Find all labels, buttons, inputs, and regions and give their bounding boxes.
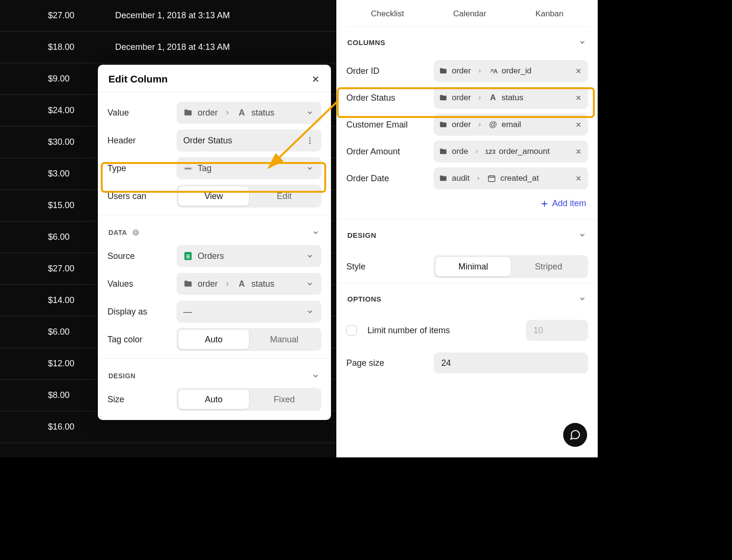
price-cell: $16.00: [10, 422, 115, 432]
chevron-right-icon: [475, 66, 484, 76]
column-label: Customer Email: [346, 120, 428, 130]
column-path[interactable]: order @ email: [434, 114, 588, 136]
values-path[interactable]: order A status: [177, 273, 321, 295]
chevron-right-icon: [473, 174, 483, 183]
users-view-button[interactable]: View: [178, 187, 249, 206]
type-icon: 123: [485, 147, 495, 156]
column-item[interactable]: Order Date audit created_at: [346, 165, 588, 192]
svg-point-2: [309, 142, 311, 144]
users-label: Users can: [107, 191, 170, 201]
limit-label: Limit number of items: [367, 326, 520, 336]
chevron-down-icon: [305, 307, 315, 316]
column-path[interactable]: order A status: [434, 87, 588, 109]
limit-input[interactable]: 10: [526, 320, 588, 341]
values-label: Values: [107, 279, 170, 289]
close-icon[interactable]: [311, 74, 320, 84]
options-section-header[interactable]: OPTIONS: [346, 283, 588, 314]
page-size-input[interactable]: 24: [434, 352, 588, 373]
tagcolor-label: Tag color: [107, 335, 170, 345]
folder-icon: [438, 147, 448, 156]
size-fixed-button[interactable]: Fixed: [249, 390, 319, 409]
text-type-icon: A: [237, 108, 247, 117]
price-cell: $18.00: [10, 42, 115, 52]
column-item[interactable]: Order ID order A order_id: [346, 58, 588, 84]
svg-point-0: [309, 137, 311, 139]
page-size-label: Page size: [346, 358, 428, 368]
folder-icon: [438, 120, 448, 129]
chevron-down-icon: [305, 279, 315, 289]
design-section-header[interactable]: DESIGN: [107, 359, 321, 385]
chat-button[interactable]: [563, 423, 587, 447]
users-edit-button[interactable]: Edit: [249, 187, 319, 206]
right-sidebar: Checklist Calendar Kanban COLUMNS Order …: [336, 0, 598, 457]
tagcolor-auto-button[interactable]: Auto: [178, 330, 249, 349]
style-segment: Minimal Striped: [434, 255, 588, 278]
chevron-down-icon: [578, 294, 587, 303]
sheets-icon: [183, 251, 193, 261]
style-minimal-button[interactable]: Minimal: [436, 257, 511, 276]
type-icon: A: [488, 66, 498, 76]
limit-checkbox[interactable]: [346, 325, 357, 336]
date-cell: December 1, 2018 at 4:13 AM: [115, 42, 326, 52]
column-item[interactable]: Customer Email order @ email: [346, 111, 588, 138]
column-item[interactable]: Order Status order A status: [346, 84, 588, 111]
remove-icon[interactable]: [574, 120, 583, 129]
svg-point-1: [309, 140, 311, 141]
type-select[interactable]: Tag: [177, 157, 321, 179]
remove-icon[interactable]: [574, 66, 583, 76]
remove-icon[interactable]: [574, 174, 583, 183]
column-path[interactable]: order A order_id: [434, 60, 588, 82]
chevron-down-icon: [311, 228, 320, 237]
folder-icon: [183, 108, 193, 117]
add-item-button[interactable]: Add item: [346, 192, 588, 219]
source-select[interactable]: Orders: [177, 245, 321, 267]
type-label: Type: [107, 163, 170, 174]
folder-icon: [438, 93, 448, 103]
chevron-down-icon: [578, 37, 587, 47]
display-select[interactable]: —: [177, 301, 321, 323]
chevron-down-icon: [311, 371, 320, 381]
table-row[interactable]: $18.00December 1, 2018 at 4:13 AM: [0, 32, 336, 63]
chevron-right-icon: [223, 279, 232, 289]
column-path[interactable]: orde 123 order_amount: [434, 140, 588, 163]
chevron-down-icon: [305, 108, 315, 117]
svg-rect-4: [185, 168, 191, 169]
chevron-right-icon: [475, 120, 484, 129]
folder-icon: [183, 279, 193, 289]
tab-kanban[interactable]: Kanban: [535, 9, 564, 19]
design-section-header[interactable]: DESIGN: [346, 220, 588, 250]
table-row[interactable]: $27.00December 1, 2018 at 3:13 AM: [0, 0, 336, 32]
type-icon: [487, 174, 496, 183]
popover-title: Edit Column: [108, 73, 168, 85]
type-icon: A: [488, 93, 498, 103]
tab-checklist[interactable]: Checklist: [371, 9, 404, 19]
tab-calendar[interactable]: Calendar: [453, 9, 486, 19]
chevron-down-icon: [305, 251, 315, 261]
date-cell: December 1, 2018 at 3:13 AM: [115, 11, 326, 21]
style-striped-button[interactable]: Striped: [511, 257, 586, 276]
columns-section-header[interactable]: COLUMNS: [346, 27, 588, 58]
svg-text:i: i: [135, 230, 136, 235]
column-label: Order ID: [346, 66, 428, 76]
column-item[interactable]: Order Amount orde 123 order_amount: [346, 138, 588, 165]
chevron-right-icon: [472, 147, 482, 156]
chevron-right-icon: [475, 93, 484, 103]
more-icon[interactable]: [305, 136, 315, 145]
tagcolor-manual-button[interactable]: Manual: [249, 330, 319, 349]
chevron-right-icon: [223, 108, 232, 117]
column-label: Order Amount: [346, 147, 428, 157]
value-label: Value: [107, 108, 170, 118]
chevron-down-icon: [578, 230, 587, 240]
header-label: Header: [107, 136, 170, 146]
data-section-header[interactable]: DATA i: [107, 215, 321, 242]
column-path[interactable]: audit created_at: [434, 167, 588, 189]
remove-icon[interactable]: [574, 147, 583, 156]
remove-icon[interactable]: [574, 93, 583, 103]
value-path[interactable]: order A status: [177, 102, 321, 124]
style-label: Style: [346, 262, 428, 272]
price-cell: $27.00: [10, 11, 115, 21]
size-auto-button[interactable]: Auto: [178, 390, 249, 409]
header-input[interactable]: [177, 129, 321, 152]
source-label: Source: [107, 251, 170, 261]
plus-icon: [540, 199, 549, 209]
